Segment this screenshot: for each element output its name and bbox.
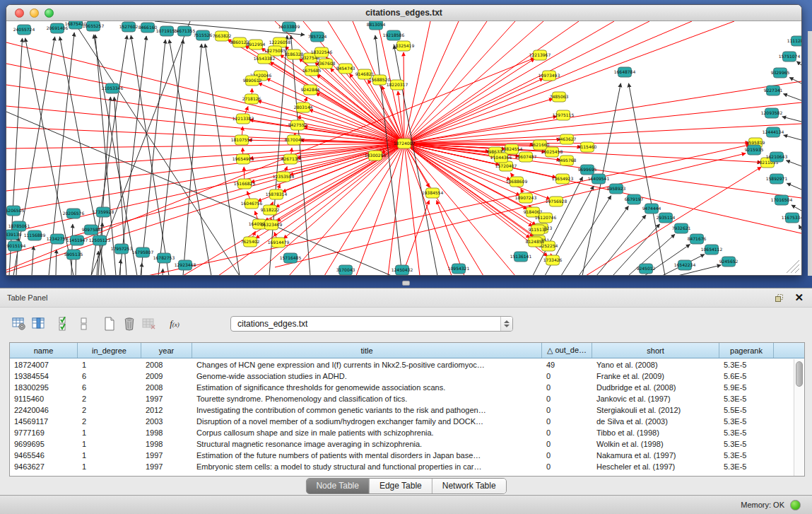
graph-node-label: 12975115: [553, 112, 575, 117]
unselect-rows-button[interactable]: [75, 315, 93, 333]
graph-node-label: 9215935: [745, 147, 764, 152]
citation-edge: [404, 144, 452, 275]
new-document-button[interactable]: [100, 315, 119, 333]
node-table: namein_degreeyeartitle△ out_de…shortpage…: [9, 342, 805, 477]
column-header-pagerank[interactable]: pagerank: [719, 343, 774, 358]
graph-node-label: 13824554: [501, 146, 523, 151]
table-row[interactable]: 1456911722003Disruption of a novel membe…: [10, 416, 793, 427]
select-column-button[interactable]: [30, 315, 48, 333]
graph-node-label: 10654112: [701, 247, 723, 252]
edge: [792, 205, 801, 211]
cell-name: 9463627: [10, 462, 78, 471]
table-selector-dropdown[interactable]: citations_edges.txt: [230, 316, 513, 332]
column-header-year[interactable]: year: [141, 343, 192, 358]
graph-node-label: 16046756: [241, 201, 263, 206]
graph-node-label: 7857224: [308, 34, 327, 39]
memory-ok-indicator-icon: [790, 500, 801, 510]
graph-node-label: 9474444: [642, 206, 661, 211]
network-canvas[interactable]: 2405572420691406168754201065525715276028…: [6, 21, 801, 275]
graph-node-label: 3170043: [336, 267, 355, 272]
table-row[interactable]: 977716911998Corpus callosum shape and si…: [10, 427, 793, 438]
edge: [32, 246, 34, 275]
delete-rows-button[interactable]: [120, 315, 139, 333]
graph-node-label: 18220317: [387, 82, 408, 87]
table-panel: Table Panel ✕: [0, 288, 812, 495]
table-row[interactable]: 969969511998Structural magnetic resonanc…: [10, 438, 793, 450]
graph-node-label: 15166825: [234, 181, 256, 186]
citation-edge: [404, 21, 734, 144]
column-header-out_de[interactable]: △ out_de…: [542, 343, 592, 358]
tab-node-table[interactable]: Node Table: [306, 479, 370, 493]
select-column-icon: [32, 317, 46, 331]
function-builder-button[interactable]: f(x): [165, 315, 184, 333]
tab-network-table[interactable]: Network Table: [433, 479, 506, 493]
graph-node-label: 1621660: [531, 142, 550, 147]
table-row[interactable]: 1872400712008Changes of HCN gene express…: [10, 359, 793, 370]
graph-node-label: 20206576: [63, 211, 85, 216]
citation-edge: [404, 124, 801, 144]
cell-pagerank: 5.5E-5: [719, 406, 774, 414]
tab-edge-table[interactable]: Edge Table: [370, 479, 433, 493]
scrollbar-thumb[interactable]: [796, 361, 803, 387]
close-icon[interactable]: ✕: [794, 293, 804, 303]
graph-node-label: 9146821: [355, 71, 375, 76]
graph-node-label: 15720407: [495, 163, 517, 168]
select-all-rows-button[interactable]: [55, 315, 73, 333]
table-row[interactable]: 1830029562008Estimation of significance …: [10, 382, 793, 393]
graph-node-label: 16210643: [766, 154, 788, 159]
graph-node-label: 19015194: [6, 243, 25, 248]
network-desktop: citations_edges.txt 24055724206914061687…: [0, 0, 812, 288]
table-row[interactable]: 946554611997Estimation of the future num…: [10, 450, 793, 461]
column-header-title[interactable]: title: [192, 343, 542, 358]
float-window-icon[interactable]: [775, 293, 784, 303]
citation-edge: [290, 144, 404, 175]
citation-edge: [388, 144, 404, 275]
citation-edge: [404, 144, 420, 275]
citation-edge: [6, 127, 404, 144]
graph-node-label: 18724007: [394, 141, 416, 146]
cell-title: Changes of HCN gene expression and I(f) …: [192, 361, 542, 369]
graph-node-label: 10973493: [539, 73, 560, 78]
table-selector-value: citations_edges.txt: [231, 319, 500, 329]
edge: [561, 196, 611, 275]
table-toolbar: f(x) citations_edges.txt: [0, 312, 812, 336]
maximize-window-icon[interactable]: [45, 8, 54, 18]
close-window-icon[interactable]: [15, 8, 24, 18]
graph-node-label: 10655257: [83, 23, 105, 28]
graph-node-label: 9118222: [261, 207, 280, 212]
cell-title: Structural magnetic resonance image aver…: [192, 440, 542, 448]
cell-year: 2012: [141, 406, 192, 414]
status-bar: Memory: OK: [0, 495, 812, 514]
graph-node-label: 12093582: [761, 110, 783, 115]
graph-node-label: 15878314: [266, 192, 288, 197]
cell-pagerank: 5.6E-5: [719, 372, 774, 380]
graph-node-label: 12923448: [175, 262, 196, 267]
graph-node-label: 12213967: [529, 52, 551, 57]
graph-node-label: 9245652: [719, 259, 739, 264]
splitter-handle[interactable]: [402, 281, 410, 286]
column-header-short[interactable]: short: [592, 343, 719, 358]
cell-name: 22420046: [10, 406, 78, 414]
table-settings-button[interactable]: [10, 315, 28, 333]
dropdown-stepper-icon: [500, 317, 512, 331]
edge: [786, 160, 801, 166]
table-row[interactable]: 1938455462009Genome-wide association stu…: [10, 370, 793, 382]
table-row[interactable]: 946362711997Embryonic stem cells: a mode…: [10, 461, 793, 472]
column-header-name[interactable]: name: [10, 343, 78, 358]
table-row[interactable]: 2242004622012Investigating the contribut…: [10, 404, 793, 416]
vertical-scrollbar[interactable]: [794, 359, 804, 476]
column-header-in_degree[interactable]: in_degree: [78, 343, 141, 358]
graph-node-label: 10325419: [393, 43, 415, 48]
edge: [799, 225, 801, 230]
window-titlebar[interactable]: citations_edges.txt: [6, 5, 801, 21]
minimize-window-icon[interactable]: [30, 8, 39, 18]
citation-edge: [404, 144, 801, 198]
graph-node-label: 18785061: [8, 223, 30, 228]
graph-node-label: 11044366: [490, 155, 512, 160]
citation-edge: [356, 144, 404, 275]
cell-year: 2003: [141, 417, 192, 426]
graph-node-label: 15136141: [510, 254, 532, 259]
cell-year: 2008: [141, 383, 192, 392]
cell-short: de Silva et al. (2003): [592, 417, 719, 426]
table-row[interactable]: 911546021997Tourette syndrome. Phenomeno…: [10, 393, 793, 404]
